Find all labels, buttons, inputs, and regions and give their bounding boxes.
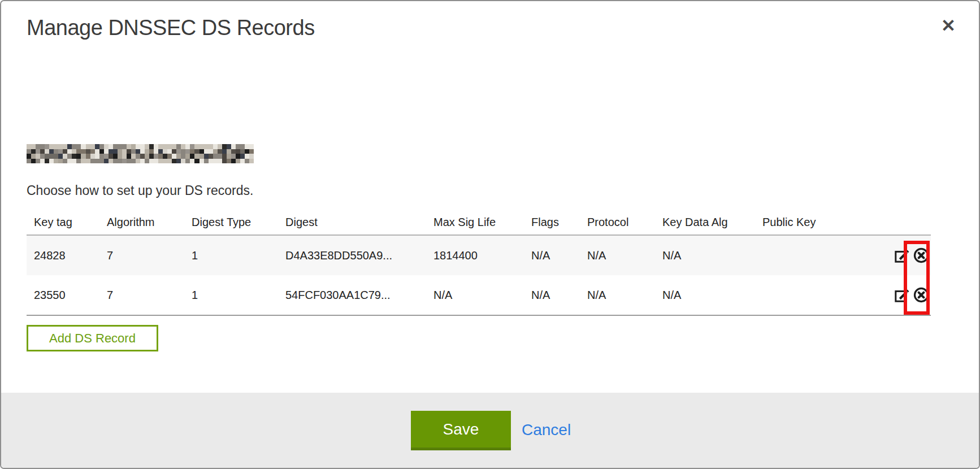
cell-algorithm: 7 [107,275,192,315]
add-ds-record-button[interactable]: Add DS Record [27,325,158,351]
col-header-flags: Flags [531,210,587,235]
cell-flags: N/A [531,235,587,275]
cancel-link[interactable]: Cancel [522,421,571,439]
delete-circle-icon[interactable] [913,286,930,303]
cell-digest-type: 1 [192,235,285,275]
row-actions [890,235,931,275]
col-header-max-sig-life: Max Sig Life [433,210,531,235]
instruction-text: Choose how to set up your DS records. [27,183,253,198]
manage-dnssec-dialog: Manage DNSSEC DS Records ✕ Choose how to… [0,0,980,469]
cell-digest: 54FCF030AA1C79... [285,275,433,315]
row-actions [890,275,931,315]
cell-public-key [762,275,890,315]
col-header-key-data-alg: Key Data Alg [662,210,762,235]
close-icon[interactable]: ✕ [935,12,962,40]
cell-key-data-alg: N/A [662,275,762,315]
col-header-actions [890,210,931,235]
cell-key-tag: 24828 [27,235,107,275]
ds-record-row: 235507154FCF030AA1C79...N/AN/AN/AN/A [27,275,931,315]
ds-record-row: 2482871D4A33E8DD550A9...1814400N/AN/AN/A [27,235,931,275]
cell-digest-type: 1 [192,275,285,315]
edit-icon[interactable] [894,286,910,303]
col-header-algorithm: Algorithm [107,210,192,235]
table-header-row: Key tag Algorithm Digest Type Digest Max… [27,210,931,235]
save-button[interactable]: Save [411,411,511,450]
cell-algorithm: 7 [107,235,192,275]
cell-flags: N/A [531,275,587,315]
cell-protocol: N/A [587,275,662,315]
cell-max-sig-life: N/A [433,275,531,315]
cell-key-tag: 23550 [27,275,107,315]
col-header-protocol: Protocol [587,210,662,235]
cell-digest: D4A33E8DD550A9... [285,235,433,275]
dialog-title: Manage DNSSEC DS Records [27,16,315,40]
col-header-public-key: Public Key [762,210,890,235]
redacted-domain-name [27,144,254,163]
cell-public-key [762,235,890,275]
delete-circle-icon[interactable] [913,247,930,264]
cell-protocol: N/A [587,235,662,275]
edit-icon[interactable] [894,247,910,264]
cell-key-data-alg: N/A [662,235,762,275]
cell-max-sig-life: 1814400 [433,235,531,275]
col-header-key-tag: Key tag [27,210,107,235]
col-header-digest: Digest [285,210,433,235]
ds-records-table: Key tag Algorithm Digest Type Digest Max… [27,210,931,316]
col-header-digest-type: Digest Type [192,210,285,235]
dialog-footer: Save Cancel [1,393,979,468]
